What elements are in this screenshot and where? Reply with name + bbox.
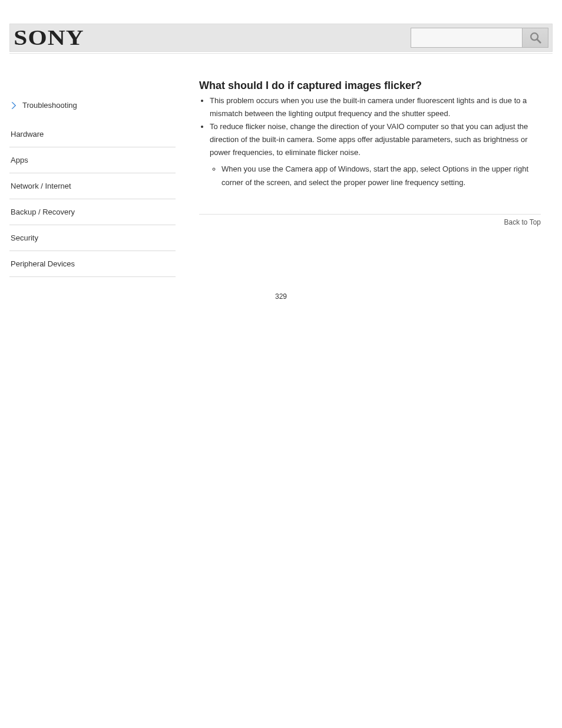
article-body: This problem occurs when you use the bui… xyxy=(199,94,541,189)
sidebar-item-security[interactable]: Security xyxy=(9,225,176,251)
bullet-text: To reduce flicker noise, change the dire… xyxy=(210,122,528,157)
sidebar-item-apps[interactable]: Apps xyxy=(9,147,176,173)
search-input[interactable] xyxy=(411,28,523,48)
bullet-item: To reduce flicker noise, change the dire… xyxy=(210,120,541,189)
page-title: What should I do if captured images flic… xyxy=(199,80,541,92)
search-box xyxy=(411,28,548,48)
sony-logo: SONY xyxy=(12,25,84,50)
sub-bullet-item: When you use the Camera app of Windows, … xyxy=(222,163,541,189)
back-to-top-link[interactable]: Back to Top xyxy=(199,218,541,226)
top-bar: SONY xyxy=(9,24,553,52)
chevron-right-icon xyxy=(9,101,18,110)
sidebar: Troubleshooting Hardware Apps Network / … xyxy=(9,65,176,277)
search-icon xyxy=(529,31,542,44)
breadcrumb[interactable]: Troubleshooting xyxy=(9,101,176,121)
bullet-item: This problem occurs when you use the bui… xyxy=(210,94,541,120)
breadcrumb-label: Troubleshooting xyxy=(22,101,77,110)
main-content: What should I do if captured images flic… xyxy=(199,65,541,277)
sidebar-item-network[interactable]: Network / Internet xyxy=(9,173,176,199)
sidebar-item-peripheral[interactable]: Peripheral Devices xyxy=(9,251,176,277)
search-button[interactable] xyxy=(523,28,548,48)
page-number: 329 xyxy=(0,292,562,301)
sidebar-item-backup[interactable]: Backup / Recovery xyxy=(9,199,176,225)
sidebar-item-hardware[interactable]: Hardware xyxy=(9,121,176,147)
svg-line-1 xyxy=(537,39,540,43)
content-divider xyxy=(199,214,541,215)
